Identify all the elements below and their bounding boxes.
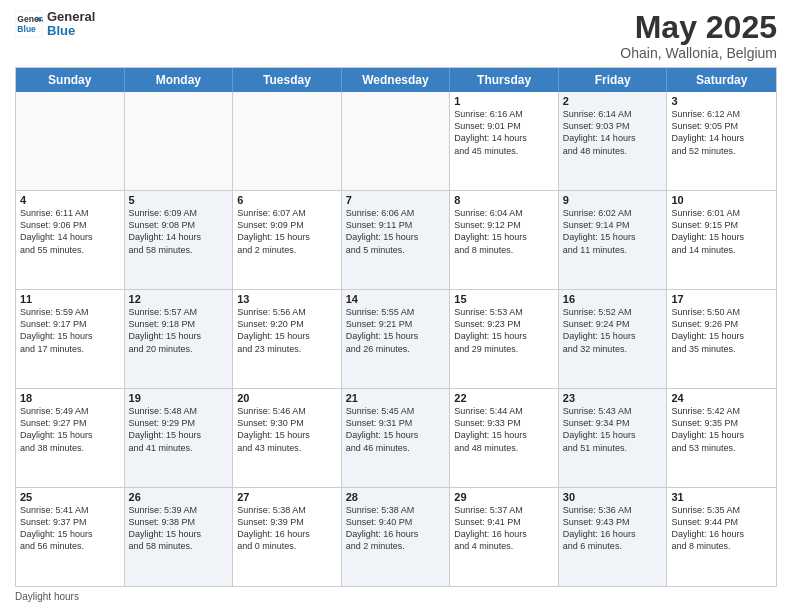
day-number: 14 <box>346 293 446 305</box>
cell-daylight-info: Sunrise: 5:59 AM Sunset: 9:17 PM Dayligh… <box>20 306 120 355</box>
calendar-cell: 16Sunrise: 5:52 AM Sunset: 9:24 PM Dayli… <box>559 290 668 388</box>
calendar-cell: 10Sunrise: 6:01 AM Sunset: 9:15 PM Dayli… <box>667 191 776 289</box>
footer-note: Daylight hours <box>15 591 777 602</box>
cell-daylight-info: Sunrise: 5:41 AM Sunset: 9:37 PM Dayligh… <box>20 504 120 553</box>
day-number: 3 <box>671 95 772 107</box>
calendar-cell: 20Sunrise: 5:46 AM Sunset: 9:30 PM Dayli… <box>233 389 342 487</box>
page: General Blue General Blue May 2025 Ohain… <box>0 0 792 612</box>
cell-daylight-info: Sunrise: 6:14 AM Sunset: 9:03 PM Dayligh… <box>563 108 663 157</box>
calendar-row: 4Sunrise: 6:11 AM Sunset: 9:06 PM Daylig… <box>16 191 776 290</box>
cell-daylight-info: Sunrise: 5:44 AM Sunset: 9:33 PM Dayligh… <box>454 405 554 454</box>
calendar-cell <box>233 92 342 190</box>
cell-daylight-info: Sunrise: 5:38 AM Sunset: 9:40 PM Dayligh… <box>346 504 446 553</box>
logo-icon: General Blue <box>15 10 43 38</box>
calendar-header-cell: Friday <box>559 68 668 92</box>
calendar-cell: 31Sunrise: 5:35 AM Sunset: 9:44 PM Dayli… <box>667 488 776 586</box>
cell-daylight-info: Sunrise: 5:37 AM Sunset: 9:41 PM Dayligh… <box>454 504 554 553</box>
calendar-cell: 23Sunrise: 5:43 AM Sunset: 9:34 PM Dayli… <box>559 389 668 487</box>
calendar-cell: 15Sunrise: 5:53 AM Sunset: 9:23 PM Dayli… <box>450 290 559 388</box>
calendar-cell: 30Sunrise: 5:36 AM Sunset: 9:43 PM Dayli… <box>559 488 668 586</box>
cell-daylight-info: Sunrise: 6:07 AM Sunset: 9:09 PM Dayligh… <box>237 207 337 256</box>
cell-daylight-info: Sunrise: 6:04 AM Sunset: 9:12 PM Dayligh… <box>454 207 554 256</box>
calendar-row: 1Sunrise: 6:16 AM Sunset: 9:01 PM Daylig… <box>16 92 776 191</box>
calendar-cell: 11Sunrise: 5:59 AM Sunset: 9:17 PM Dayli… <box>16 290 125 388</box>
day-number: 26 <box>129 491 229 503</box>
day-number: 8 <box>454 194 554 206</box>
cell-daylight-info: Sunrise: 6:12 AM Sunset: 9:05 PM Dayligh… <box>671 108 772 157</box>
calendar-cell: 9Sunrise: 6:02 AM Sunset: 9:14 PM Daylig… <box>559 191 668 289</box>
logo: General Blue General Blue <box>15 10 95 39</box>
calendar-header-cell: Saturday <box>667 68 776 92</box>
day-number: 10 <box>671 194 772 206</box>
calendar-cell: 21Sunrise: 5:45 AM Sunset: 9:31 PM Dayli… <box>342 389 451 487</box>
calendar-cell: 26Sunrise: 5:39 AM Sunset: 9:38 PM Dayli… <box>125 488 234 586</box>
cell-daylight-info: Sunrise: 6:06 AM Sunset: 9:11 PM Dayligh… <box>346 207 446 256</box>
calendar-cell: 29Sunrise: 5:37 AM Sunset: 9:41 PM Dayli… <box>450 488 559 586</box>
calendar-body: 1Sunrise: 6:16 AM Sunset: 9:01 PM Daylig… <box>16 92 776 586</box>
cell-daylight-info: Sunrise: 5:57 AM Sunset: 9:18 PM Dayligh… <box>129 306 229 355</box>
calendar-cell: 2Sunrise: 6:14 AM Sunset: 9:03 PM Daylig… <box>559 92 668 190</box>
logo-text-blue: Blue <box>47 24 95 38</box>
cell-daylight-info: Sunrise: 6:01 AM Sunset: 9:15 PM Dayligh… <box>671 207 772 256</box>
day-number: 5 <box>129 194 229 206</box>
day-number: 13 <box>237 293 337 305</box>
cell-daylight-info: Sunrise: 5:49 AM Sunset: 9:27 PM Dayligh… <box>20 405 120 454</box>
day-number: 7 <box>346 194 446 206</box>
calendar-cell <box>125 92 234 190</box>
day-number: 17 <box>671 293 772 305</box>
day-number: 19 <box>129 392 229 404</box>
month-year: May 2025 <box>620 10 777 45</box>
calendar-cell: 17Sunrise: 5:50 AM Sunset: 9:26 PM Dayli… <box>667 290 776 388</box>
day-number: 1 <box>454 95 554 107</box>
logo-text-general: General <box>47 10 95 24</box>
calendar-cell: 14Sunrise: 5:55 AM Sunset: 9:21 PM Dayli… <box>342 290 451 388</box>
day-number: 22 <box>454 392 554 404</box>
calendar-header-cell: Tuesday <box>233 68 342 92</box>
calendar: SundayMondayTuesdayWednesdayThursdayFrid… <box>15 67 777 587</box>
calendar-cell: 19Sunrise: 5:48 AM Sunset: 9:29 PM Dayli… <box>125 389 234 487</box>
svg-text:Blue: Blue <box>17 24 36 34</box>
cell-daylight-info: Sunrise: 6:11 AM Sunset: 9:06 PM Dayligh… <box>20 207 120 256</box>
day-number: 4 <box>20 194 120 206</box>
cell-daylight-info: Sunrise: 5:52 AM Sunset: 9:24 PM Dayligh… <box>563 306 663 355</box>
calendar-cell: 24Sunrise: 5:42 AM Sunset: 9:35 PM Dayli… <box>667 389 776 487</box>
day-number: 18 <box>20 392 120 404</box>
cell-daylight-info: Sunrise: 5:36 AM Sunset: 9:43 PM Dayligh… <box>563 504 663 553</box>
calendar-cell: 28Sunrise: 5:38 AM Sunset: 9:40 PM Dayli… <box>342 488 451 586</box>
day-number: 30 <box>563 491 663 503</box>
cell-daylight-info: Sunrise: 5:48 AM Sunset: 9:29 PM Dayligh… <box>129 405 229 454</box>
calendar-header-cell: Thursday <box>450 68 559 92</box>
day-number: 12 <box>129 293 229 305</box>
calendar-header-row: SundayMondayTuesdayWednesdayThursdayFrid… <box>16 68 776 92</box>
day-number: 11 <box>20 293 120 305</box>
day-number: 2 <box>563 95 663 107</box>
calendar-cell: 1Sunrise: 6:16 AM Sunset: 9:01 PM Daylig… <box>450 92 559 190</box>
cell-daylight-info: Sunrise: 5:50 AM Sunset: 9:26 PM Dayligh… <box>671 306 772 355</box>
calendar-header-cell: Wednesday <box>342 68 451 92</box>
day-number: 20 <box>237 392 337 404</box>
day-number: 6 <box>237 194 337 206</box>
calendar-cell <box>342 92 451 190</box>
calendar-cell: 6Sunrise: 6:07 AM Sunset: 9:09 PM Daylig… <box>233 191 342 289</box>
calendar-cell: 8Sunrise: 6:04 AM Sunset: 9:12 PM Daylig… <box>450 191 559 289</box>
day-number: 16 <box>563 293 663 305</box>
cell-daylight-info: Sunrise: 5:56 AM Sunset: 9:20 PM Dayligh… <box>237 306 337 355</box>
calendar-cell: 12Sunrise: 5:57 AM Sunset: 9:18 PM Dayli… <box>125 290 234 388</box>
day-number: 25 <box>20 491 120 503</box>
cell-daylight-info: Sunrise: 5:42 AM Sunset: 9:35 PM Dayligh… <box>671 405 772 454</box>
day-number: 31 <box>671 491 772 503</box>
day-number: 27 <box>237 491 337 503</box>
calendar-cell <box>16 92 125 190</box>
calendar-cell: 18Sunrise: 5:49 AM Sunset: 9:27 PM Dayli… <box>16 389 125 487</box>
title-block: May 2025 Ohain, Wallonia, Belgium <box>620 10 777 61</box>
calendar-header-cell: Monday <box>125 68 234 92</box>
day-number: 21 <box>346 392 446 404</box>
day-number: 28 <box>346 491 446 503</box>
day-number: 29 <box>454 491 554 503</box>
calendar-row: 25Sunrise: 5:41 AM Sunset: 9:37 PM Dayli… <box>16 488 776 586</box>
day-number: 24 <box>671 392 772 404</box>
calendar-cell: 5Sunrise: 6:09 AM Sunset: 9:08 PM Daylig… <box>125 191 234 289</box>
calendar-cell: 4Sunrise: 6:11 AM Sunset: 9:06 PM Daylig… <box>16 191 125 289</box>
calendar-cell: 3Sunrise: 6:12 AM Sunset: 9:05 PM Daylig… <box>667 92 776 190</box>
cell-daylight-info: Sunrise: 6:16 AM Sunset: 9:01 PM Dayligh… <box>454 108 554 157</box>
